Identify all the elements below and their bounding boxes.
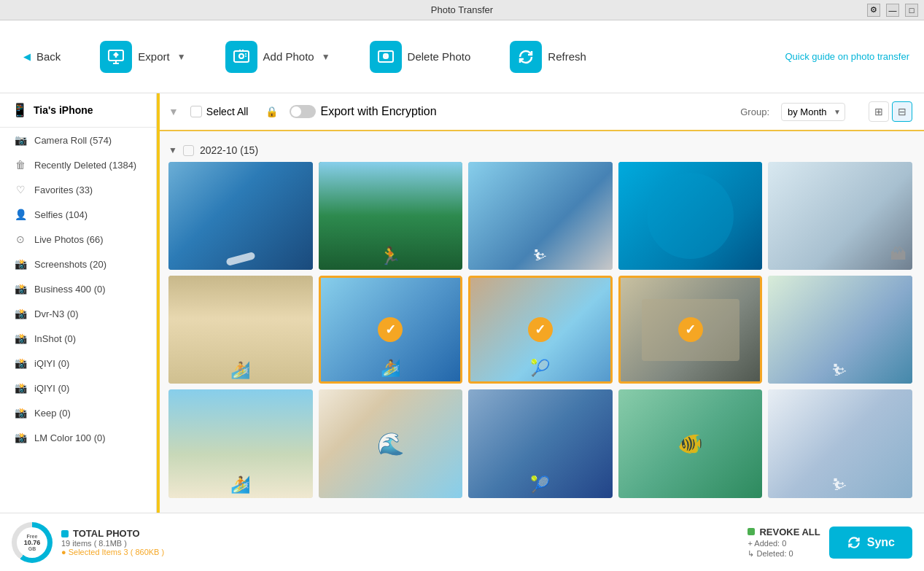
storage-inner: Free 10.76 GB <box>17 527 47 558</box>
sidebar-item-business400[interactable]: 📸 Business 400 (0) <box>0 276 156 301</box>
sidebar-label-inshot: InShot (0) <box>34 333 76 344</box>
sidebar-label-selfies: Selfies (104) <box>34 209 88 220</box>
group-collapse-arrow[interactable]: ▼ <box>168 145 177 155</box>
screenshot-icon: 📸 <box>14 258 27 270</box>
add-photo-icon <box>225 41 257 73</box>
sidebar-item-lm-color[interactable]: 📸 LM Color 100 (0) <box>0 425 156 450</box>
select-all-label[interactable]: Select All <box>190 106 249 117</box>
photo-item[interactable]: 🌊 <box>319 389 463 497</box>
storage-info: TOTAL PHOTO 19 items ( 8.1MB ) ● Selecte… <box>61 528 731 556</box>
sidebar-item-iqiyi-2[interactable]: 📸 iQIYI (0) <box>0 376 156 400</box>
album-icon-3: 📸 <box>14 333 27 344</box>
revoke-all-button[interactable]: REVOKE ALL <box>748 527 820 537</box>
export-label: Export <box>138 50 169 63</box>
photo-item[interactable] <box>168 162 313 270</box>
sidebar-item-camera-roll[interactable]: 📷 Camera Roll (574) <box>0 128 156 152</box>
photo-item[interactable]: ⛷ <box>768 276 912 384</box>
group-label-2022-10: 2022-10 (15) <box>200 144 258 156</box>
quick-guide-link[interactable]: Quick guide on photo transfer <box>785 51 909 62</box>
album-icon-5: 📸 <box>14 382 27 394</box>
free-value: 10.76 <box>24 539 41 546</box>
revoke-dot <box>748 528 755 535</box>
grid-view-small-btn[interactable]: ⊞ <box>869 101 889 122</box>
group-select-wrapper[interactable]: by Month by Day by Year ▼ <box>781 103 845 121</box>
album-icon-7: 📸 <box>14 432 27 443</box>
photo-item[interactable] <box>618 162 763 270</box>
person-icon: 👤 <box>14 209 27 220</box>
device-header: 📱 Tia's iPhone <box>0 93 156 128</box>
sidebar-item-live-photos[interactable]: ⊙ Live Photos (66) <box>0 227 156 252</box>
total-photo-row: TOTAL PHOTO <box>61 528 731 539</box>
photo-item[interactable]: 🏄 <box>168 389 313 497</box>
photo-item-selected[interactable]: 🎾 ✓ <box>468 276 613 384</box>
sidebar-item-iqiyi-1[interactable]: 📸 iQIYI (0) <box>0 351 156 376</box>
refresh-button[interactable]: Refresh <box>501 35 595 79</box>
sidebar-item-recently-deleted[interactable]: 🗑 Recently Deleted (1384) <box>0 152 156 177</box>
maximize-btn[interactable]: □ <box>905 4 918 17</box>
sidebar-label-screenshots: Screenshots (20) <box>34 259 106 270</box>
photo-scroll-area[interactable]: ▼ 2022-10 (15) 🏃 ⛷ <box>157 131 924 513</box>
minimize-btn[interactable]: — <box>886 4 899 17</box>
filter-icon: ▼ <box>168 106 179 117</box>
group-select[interactable]: by Month by Day by Year <box>781 103 845 121</box>
sidebar-label-favorites: Favorites (33) <box>34 184 93 195</box>
select-all-checkbox[interactable] <box>190 106 202 117</box>
sidebar-label-business400: Business 400 (0) <box>34 284 106 295</box>
group-header-2022-10: ▼ 2022-10 (15) <box>168 137 912 162</box>
live-icon: ⊙ <box>14 233 27 245</box>
trash-icon: 🗑 <box>14 159 27 171</box>
group-header-2021-08: ▶ 2021-08 (4) <box>168 505 912 513</box>
photo-item[interactable]: 🏄 <box>168 276 313 384</box>
back-button[interactable]: ◀ Back <box>15 44 69 69</box>
sidebar: 📱 Tia's iPhone 📷 Camera Roll (574) 🗑 Rec… <box>0 93 157 513</box>
camera-icon: 📷 <box>14 134 27 146</box>
added-label: Added: 0 <box>754 539 786 548</box>
grid-view-large-btn[interactable]: ⊟ <box>892 101 912 122</box>
sync-button[interactable]: Sync <box>829 527 912 559</box>
deleted-label: Deleted: 0 <box>757 549 793 558</box>
heart-icon: ♡ <box>14 184 27 195</box>
settings-btn[interactable]: ⚙ <box>867 4 880 17</box>
sidebar-item-screenshots[interactable]: 📸 Screenshots (20) <box>0 252 156 276</box>
delete-photo-button[interactable]: Delete Photo <box>361 35 480 79</box>
photo-item[interactable]: 🏔 <box>768 162 912 270</box>
sidebar-item-dvr-n3[interactable]: 📸 Dvr-N3 (0) <box>0 301 156 326</box>
add-photo-button[interactable]: Add Photo ▼ <box>217 35 339 79</box>
free-unit: GB <box>28 546 36 551</box>
photo-check-icon: ✓ <box>678 317 703 342</box>
photo-item-selected[interactable]: 🏄 ✓ <box>319 276 463 384</box>
sidebar-item-selfies[interactable]: 👤 Selfies (104) <box>0 202 156 227</box>
sidebar-label-live-photos: Live Photos (66) <box>34 234 104 245</box>
photo-item-selected[interactable]: ✓ <box>618 276 763 384</box>
app-title: Photo Transfer <box>431 4 493 15</box>
sync-icon <box>847 535 861 550</box>
revoke-label: REVOKE ALL <box>759 527 820 537</box>
encryption-toggle[interactable]: Export with Encryption <box>290 105 436 118</box>
photo-item[interactable]: 🏃 <box>319 162 463 270</box>
photo-item[interactable]: ⛷ <box>768 389 912 497</box>
sidebar-item-inshot[interactable]: 📸 InShot (0) <box>0 326 156 351</box>
sidebar-item-keep[interactable]: 📸 Keep (0) <box>0 400 156 425</box>
photo-item[interactable]: ⛷ <box>468 162 613 270</box>
main-toolbar: ◀ Back Export ▼ Add Photo ▼ <box>0 20 924 93</box>
photo-item[interactable]: 🎾 <box>468 389 613 497</box>
sidebar-item-favorites[interactable]: ♡ Favorites (33) <box>0 177 156 202</box>
encryption-toggle-switch[interactable] <box>290 105 316 118</box>
add-photo-label: Add Photo <box>263 50 314 63</box>
device-name: Tia's iPhone <box>34 104 93 116</box>
photo-grid-2022-10: 🏃 ⛷ 🏔 � <box>168 162 912 498</box>
album-icon-4: 📸 <box>14 357 27 369</box>
revoke-area: REVOKE ALL + Added: 0 ↳ Deleted: 0 <box>748 527 820 559</box>
album-icon-6: 📸 <box>14 407 27 419</box>
free-label: Free <box>27 534 38 539</box>
phone-icon: 📱 <box>12 102 28 118</box>
sidebar-label-dvr-n3: Dvr-N3 (0) <box>34 308 79 319</box>
photo-item[interactable]: 🐠 <box>618 389 763 497</box>
add-arrow: ▼ <box>322 52 330 62</box>
album-icon-2: 📸 <box>14 308 27 319</box>
group-checkbox-2022-10[interactable] <box>183 145 194 156</box>
sidebar-label-iqiyi-1: iQIYI (0) <box>34 358 69 369</box>
items-info: 19 items ( 8.1MB ) <box>61 539 731 548</box>
back-label: Back <box>36 50 61 63</box>
export-button[interactable]: Export ▼ <box>91 35 194 79</box>
